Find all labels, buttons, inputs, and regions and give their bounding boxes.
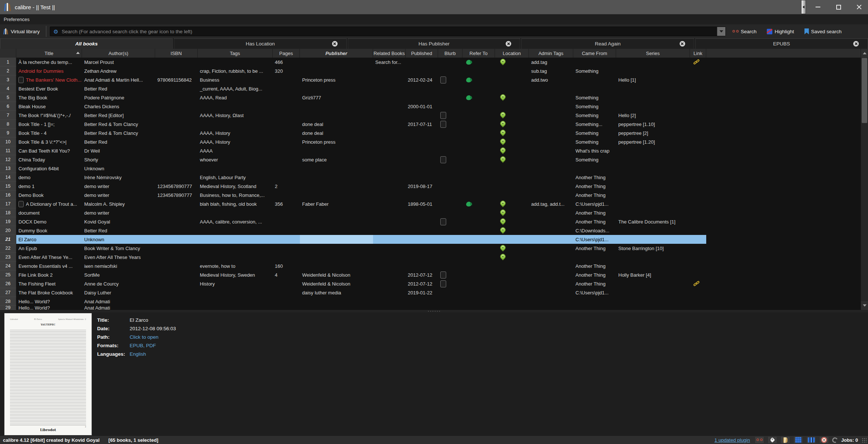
cell-blurb[interactable] — [438, 288, 462, 297]
cell-came-from[interactable]: Another Thing — [573, 217, 616, 226]
cell-tags[interactable]: History — [198, 279, 273, 288]
cell-isbn[interactable] — [155, 253, 198, 262]
cell-link[interactable] — [690, 75, 706, 84]
cell-series[interactable] — [616, 146, 690, 155]
cell-title[interactable]: demo — [16, 173, 82, 182]
cell-isbn[interactable] — [155, 84, 198, 93]
cell-isbn[interactable] — [155, 217, 198, 226]
cell-series[interactable] — [616, 306, 690, 310]
cell-publisher[interactable]: done deal — [300, 129, 373, 137]
cell-title[interactable]: document — [16, 208, 82, 217]
cell-admin-tags[interactable] — [529, 306, 573, 310]
cell-link[interactable] — [690, 173, 706, 182]
cell-published[interactable] — [406, 84, 438, 93]
cover-browser-toggle[interactable] — [806, 436, 816, 444]
cell-title[interactable]: Configuration 64bit — [16, 164, 82, 173]
cell-refer-to[interactable] — [462, 244, 495, 253]
search-button[interactable]: Search — [732, 29, 757, 34]
cell-pages[interactable] — [273, 129, 300, 137]
cell-link[interactable] — [690, 129, 706, 137]
cell-title[interactable]: demo 1 — [16, 182, 82, 191]
cell-series[interactable]: peppertree [1.20] — [616, 137, 690, 146]
cell-publisher[interactable] — [300, 173, 373, 182]
cell-admin-tags[interactable] — [529, 297, 573, 306]
cell-related-books[interactable] — [373, 253, 406, 262]
cell-pages[interactable] — [273, 75, 300, 84]
cell-location[interactable] — [495, 288, 529, 297]
resize-grip[interactable] — [861, 437, 867, 443]
table-row[interactable]: 1À la recherche du temp...Marcel Proust4… — [0, 58, 706, 66]
cell-tags[interactable] — [198, 58, 273, 66]
cell-publisher[interactable] — [300, 146, 373, 155]
cell-publisher[interactable]: Weidenfeld & Nicolson — [300, 279, 373, 288]
virtual-library-button[interactable]: Virtual library — [0, 28, 46, 34]
cell-location[interactable] — [495, 279, 529, 288]
cell-link[interactable] — [690, 297, 706, 306]
cell-author[interactable]: Daisy Luther — [82, 288, 155, 297]
cell-link[interactable] — [690, 253, 706, 262]
cell-tags[interactable]: AAAA, History, Ωlast — [198, 111, 273, 120]
cell-title[interactable]: An Epub — [16, 244, 82, 253]
cell-published[interactable] — [406, 173, 438, 182]
cell-published[interactable] — [406, 306, 438, 310]
cell-author[interactable]: demo writer — [82, 208, 155, 217]
table-row[interactable]: 21El ZarcoUnknownC:\Users\pjd1... — [0, 235, 706, 244]
gear-icon[interactable] — [54, 29, 58, 34]
cell-tags[interactable]: crap, Fiction, rubbish, to be ... — [198, 66, 273, 75]
cell-admin-tags[interactable] — [529, 279, 573, 288]
cell-related-books[interactable] — [373, 173, 406, 182]
cell-author[interactable]: Better Red [Editor] — [82, 111, 155, 120]
cell-location[interactable] — [495, 93, 529, 102]
tab-close-icon[interactable] — [332, 41, 338, 47]
cell-blurb[interactable] — [438, 262, 462, 270]
jobs-counter[interactable]: Jobs: 0 — [841, 437, 858, 443]
tab-has-location[interactable]: Has Location — [174, 38, 346, 49]
cell-isbn[interactable] — [155, 173, 198, 182]
cell-location[interactable] — [495, 155, 529, 164]
table-row[interactable]: 15demo 1demo writer1234567890777Medieval… — [0, 182, 706, 191]
cell-publisher[interactable]: Weidenfeld & Nicolson — [300, 270, 373, 279]
cell-series[interactable] — [616, 226, 690, 235]
cell-published[interactable]: 2019-08-17 — [406, 182, 438, 191]
table-row[interactable]: 8Book Title - 1 []=;Better Red & Tom Cla… — [0, 120, 706, 129]
table-row[interactable]: 14demoIrène NémirovskyEnglish, Labour Pa… — [0, 173, 706, 182]
table-row[interactable]: 5The Big BookPodere PatrignoneAAAA, Read… — [0, 93, 706, 102]
cell-related-books[interactable] — [373, 93, 406, 102]
menu-preferences[interactable]: Preferences — [0, 17, 33, 22]
column-header-tags[interactable]: Tags — [198, 49, 273, 58]
table-row[interactable]: 6Bleak HouseCharles Dickens2000-01-01Som… — [0, 102, 706, 111]
cell-blurb[interactable] — [438, 102, 462, 111]
cell-came-from[interactable] — [573, 297, 616, 306]
cell-related-books[interactable] — [373, 182, 406, 191]
cell-related-books[interactable] — [373, 137, 406, 146]
cell-tags[interactable]: Business, how to, Romance,... — [198, 191, 273, 199]
quickview-toggle[interactable] — [819, 436, 829, 444]
cell-author[interactable]: demo writer — [82, 182, 155, 191]
cell-author[interactable]: Unknown — [82, 164, 155, 173]
cell-published[interactable] — [406, 146, 438, 155]
cell-isbn[interactable] — [155, 288, 198, 297]
cell-title[interactable]: El Zarco — [16, 235, 82, 244]
cell-pages[interactable] — [273, 297, 300, 306]
cell-publisher[interactable] — [300, 217, 373, 226]
cell-series[interactable]: peppertree [2] — [616, 129, 690, 137]
cell-admin-tags[interactable] — [529, 120, 573, 129]
cell-title[interactable]: Book Title & 3 \/:*?"<>| — [16, 137, 82, 146]
cell-blurb[interactable] — [438, 84, 462, 93]
cell-isbn[interactable]: 9780691156842 — [155, 75, 198, 84]
cell-came-from[interactable]: Another Thing — [573, 173, 616, 182]
cell-came-from[interactable]: Another Thing — [573, 279, 616, 288]
cell-title[interactable]: The Big Book — [16, 93, 82, 102]
cell-link[interactable] — [690, 217, 706, 226]
cell-title[interactable]: The Flat Broke Cookbook — [16, 288, 82, 297]
column-header-admin-tags[interactable]: Admin Tags — [529, 49, 573, 58]
cell-location[interactable] — [495, 244, 529, 253]
cell-related-books[interactable] — [373, 217, 406, 226]
cell-link[interactable] — [690, 66, 706, 75]
cell-published[interactable] — [406, 235, 438, 244]
cell-series[interactable] — [616, 155, 690, 164]
cell-title[interactable]: À la recherche du temp... — [16, 58, 82, 66]
cell-related-books[interactable] — [373, 262, 406, 270]
cell-blurb[interactable] — [438, 173, 462, 182]
cell-refer-to[interactable] — [462, 102, 495, 111]
